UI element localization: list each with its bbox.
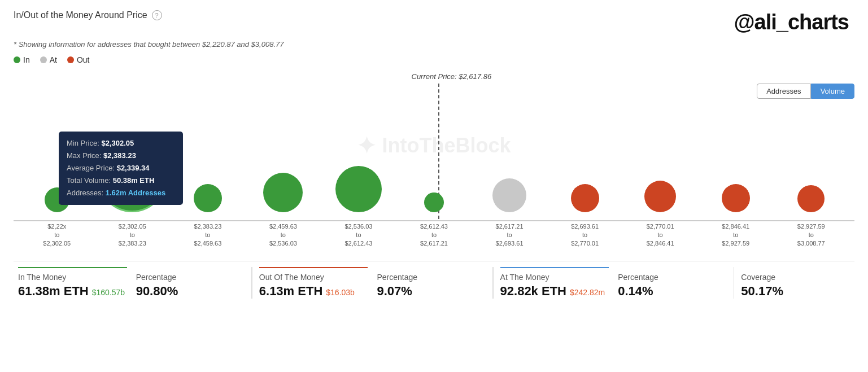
pl10-l1: $2,927.59 — [797, 223, 825, 230]
coverage-value: 50.17% — [741, 284, 850, 299]
in-pct-value: 90.80% — [136, 284, 245, 299]
out-eth-value: 6.13m ETH — [259, 284, 323, 299]
pl4-l3: $2,612.43 — [344, 240, 372, 247]
stat-underline-none-2 — [377, 267, 486, 269]
bubble-8 — [644, 181, 676, 212]
pl2-l1: $2,383.23 — [194, 223, 221, 230]
stat-underline-none-1 — [136, 267, 245, 269]
price-label-7: $2,693.61 to $2,770.01 — [547, 222, 623, 248]
bubble-6 — [492, 178, 526, 212]
help-icon[interactable]: ? — [152, 10, 162, 20]
pl4-l1: $2,536.03 — [344, 223, 372, 230]
in-pct: 90.80% — [136, 284, 178, 299]
legend-at-label: At — [50, 55, 57, 64]
bubble-col-0 — [19, 86, 95, 219]
coverage-label: Coverage — [741, 273, 850, 282]
legend-out: Out — [67, 55, 90, 64]
bubble-col-1[interactable] — [95, 86, 171, 219]
legend-row: In At Out — [14, 55, 854, 64]
legend-in-label: In — [23, 55, 30, 64]
subtitle: * Showing information for addresses that… — [14, 40, 854, 49]
at-eth-value: 92.82k ETH — [500, 284, 566, 299]
stat-underline-orange — [259, 267, 368, 269]
out-usd-value: $16.03b — [326, 288, 355, 297]
pl2-to: to — [205, 231, 210, 238]
price-labels-row: $2,22x to $2,302.05 $2,302.05 to $2,383.… — [14, 222, 854, 248]
pl8-to: to — [658, 231, 663, 238]
pl10-to: to — [809, 231, 814, 238]
pl2-l3: $2,459.63 — [194, 240, 221, 247]
price-label-8: $2,770.01 to $2,846.41 — [622, 222, 698, 248]
bubble-col-10 — [773, 86, 849, 219]
pl9-l3: $2,927.59 — [722, 240, 749, 247]
out-the-money-label: Out Of The Money — [259, 273, 368, 282]
header-row: In/Out of the Money Around Price ? @ali_… — [14, 10, 854, 34]
bubble-9 — [722, 184, 750, 212]
stat-in-percentage: Percentage 90.80% — [132, 267, 250, 299]
price-label-1: $2,302.05 to $2,383.23 — [95, 222, 171, 248]
at-dot — [40, 56, 47, 63]
stat-divider-3 — [734, 267, 735, 299]
stat-divider-2 — [492, 267, 494, 299]
main-container: In/Out of the Money Around Price ? @ali_… — [0, 0, 868, 308]
bubble-5 — [424, 192, 444, 212]
out-the-money-value: 6.13m ETH $16.03b — [259, 284, 368, 299]
pl5-l1: $2,612.43 — [420, 223, 448, 230]
pl1-l3: $2,383.23 — [119, 240, 146, 247]
bubble-col-4 — [321, 86, 396, 219]
baseline — [14, 220, 854, 221]
bubble-col-6 — [472, 86, 547, 219]
bubble-col-3 — [246, 86, 321, 219]
pl1-l1: $2,302.05 — [119, 223, 146, 230]
stat-coverage: Coverage 50.17% — [736, 267, 854, 299]
price-label-9: $2,846.41 to $2,927.59 — [698, 222, 774, 248]
pl1-to: to — [130, 231, 135, 238]
legend-out-label: Out — [77, 55, 90, 64]
in-dot — [14, 56, 20, 63]
out-pct: 9.07% — [377, 284, 412, 299]
bubble-10 — [797, 185, 825, 212]
pl9-to: to — [733, 231, 738, 238]
stat-in-the-money: In The Money 61.38m ETH $160.57b — [14, 267, 132, 299]
stat-underline-none-4 — [741, 267, 850, 269]
pl8-l3: $2,846.41 — [647, 240, 674, 247]
at-pct-label: Percentage — [618, 273, 727, 282]
chart-area: Current Price: $2,617.86 ✦ IntoTheBlock — [14, 72, 854, 219]
out-pct-value: 9.07% — [377, 284, 486, 299]
pl0-l1: $2,22x — [47, 223, 66, 230]
bubbles-row — [14, 86, 854, 219]
price-label-0: $2,22x to $2,302.05 — [19, 222, 95, 248]
bubble-col-8 — [622, 86, 698, 219]
price-label-5: $2,612.43 to $2,617.21 — [396, 222, 472, 248]
pl0-to: to — [54, 231, 59, 238]
at-the-money-label: At The Money — [500, 273, 609, 282]
legend-in: In — [14, 55, 30, 64]
bubble-1 — [98, 145, 166, 212]
price-label-3: $2,459.63 to $2,536.03 — [246, 222, 321, 248]
chart-title-area: In/Out of the Money Around Price ? — [14, 10, 162, 20]
pl4-to: to — [356, 231, 361, 238]
bubble-col-7 — [547, 86, 623, 219]
in-pct-label: Percentage — [136, 273, 245, 282]
price-label-6: $2,617.21 to $2,693.61 — [472, 222, 547, 248]
bubble-7 — [571, 184, 599, 212]
stat-underline-none-3 — [618, 267, 727, 269]
bubble-4 — [335, 166, 382, 212]
pl6-to: to — [507, 231, 512, 238]
pl10-l3: $3,008.77 — [797, 240, 825, 247]
stat-divider-1 — [251, 267, 252, 299]
bubble-0 — [45, 187, 69, 212]
stat-out-the-money: Out Of The Money 6.13m ETH $16.03b — [255, 267, 373, 299]
pl6-l3: $2,693.61 — [496, 240, 524, 247]
at-usd-value: $242.82m — [570, 288, 605, 297]
coverage-pct: 50.17% — [741, 284, 783, 299]
at-pct-value: 0.14% — [618, 284, 727, 299]
pl5-to: to — [431, 231, 437, 238]
pl8-l1: $2,770.01 — [647, 223, 674, 230]
pl5-l3: $2,617.21 — [420, 240, 448, 247]
pl7-to: to — [582, 231, 587, 238]
at-pct: 0.14% — [618, 284, 653, 299]
in-eth-value: 61.38m ETH — [18, 284, 89, 299]
chart-title: In/Out of the Money Around Price — [14, 10, 147, 20]
in-the-money-label: In The Money — [18, 273, 127, 282]
